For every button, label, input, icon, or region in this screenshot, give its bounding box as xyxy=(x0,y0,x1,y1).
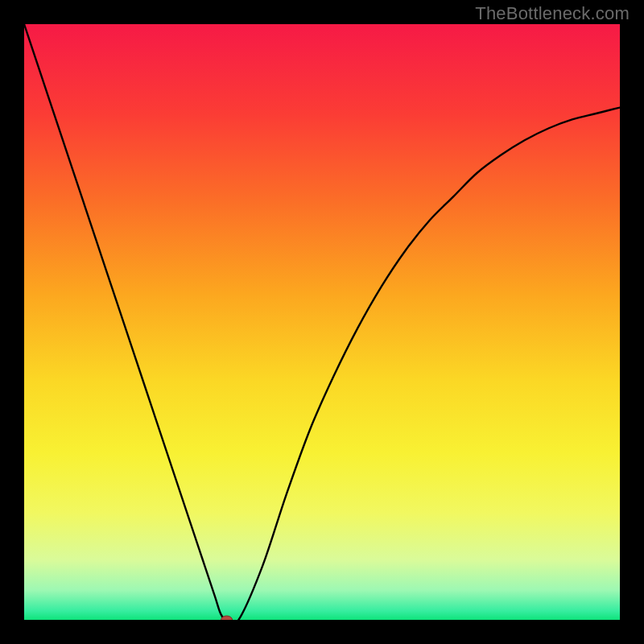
watermark-text: TheBottleneck.com xyxy=(475,3,630,24)
chart-frame: TheBottleneck.com xyxy=(0,0,644,644)
plot-area xyxy=(24,24,620,620)
chart-svg xyxy=(24,24,620,620)
gradient-background xyxy=(24,24,620,620)
